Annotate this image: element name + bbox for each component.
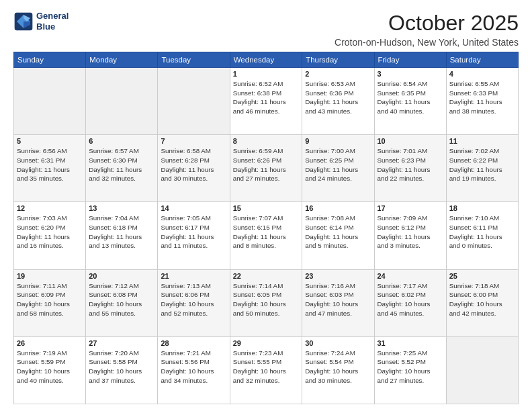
day-info: Sunrise: 7:25 AM Sunset: 5:52 PM Dayligh…	[378, 349, 443, 385]
day-number: 30	[305, 339, 371, 347]
calendar-empty-day	[86, 68, 158, 135]
calendar-day: 6Sunrise: 6:57 AM Sunset: 6:30 PM Daylig…	[86, 135, 158, 202]
calendar-day: 2Sunrise: 6:53 AM Sunset: 6:36 PM Daylig…	[302, 68, 374, 135]
day-info: Sunrise: 7:10 AM Sunset: 6:11 PM Dayligh…	[449, 214, 515, 250]
day-info: Sunrise: 7:23 AM Sunset: 5:55 PM Dayligh…	[233, 349, 300, 385]
calendar-day: 1Sunrise: 6:52 AM Sunset: 6:38 PM Daylig…	[230, 68, 302, 135]
day-number: 6	[89, 137, 154, 145]
day-number: 13	[89, 204, 154, 212]
day-info: Sunrise: 7:12 AM Sunset: 6:08 PM Dayligh…	[89, 281, 154, 318]
day-number: 29	[233, 339, 300, 347]
day-number: 3	[378, 70, 443, 78]
calendar-empty-day	[446, 336, 518, 404]
calendar-day: 9Sunrise: 7:00 AM Sunset: 6:25 PM Daylig…	[302, 135, 374, 202]
weekday-header: Wednesday	[230, 52, 302, 68]
day-number: 14	[161, 204, 226, 212]
calendar-week-row: 12Sunrise: 7:03 AM Sunset: 6:20 PM Dayli…	[14, 202, 519, 269]
calendar-day: 25Sunrise: 7:18 AM Sunset: 6:00 PM Dayli…	[446, 269, 518, 336]
day-info: Sunrise: 7:16 AM Sunset: 6:03 PM Dayligh…	[305, 281, 371, 318]
day-number: 12	[17, 204, 83, 212]
calendar-empty-day	[158, 68, 230, 135]
day-number: 26	[17, 339, 83, 347]
calendar-day: 7Sunrise: 6:58 AM Sunset: 6:28 PM Daylig…	[158, 135, 230, 202]
page: General Blue October 2025 Croton-on-Huds…	[0, 0, 532, 411]
weekday-header: Friday	[374, 52, 446, 68]
day-number: 2	[305, 70, 371, 78]
calendar-day: 31Sunrise: 7:25 AM Sunset: 5:52 PM Dayli…	[374, 336, 446, 404]
calendar-day: 19Sunrise: 7:11 AM Sunset: 6:09 PM Dayli…	[14, 269, 86, 336]
title-block: October 2025 Croton-on-Hudson, New York,…	[335, 11, 519, 48]
day-info: Sunrise: 7:08 AM Sunset: 6:14 PM Dayligh…	[305, 214, 371, 250]
day-number: 8	[233, 137, 300, 145]
calendar-body: 1Sunrise: 6:52 AM Sunset: 6:38 PM Daylig…	[14, 68, 519, 404]
day-info: Sunrise: 6:55 AM Sunset: 6:33 PM Dayligh…	[449, 79, 515, 116]
day-info: Sunrise: 7:18 AM Sunset: 6:00 PM Dayligh…	[449, 281, 515, 318]
day-number: 5	[17, 137, 83, 145]
day-info: Sunrise: 7:09 AM Sunset: 6:12 PM Dayligh…	[378, 214, 443, 250]
header: General Blue October 2025 Croton-on-Huds…	[13, 11, 519, 48]
day-number: 10	[378, 137, 443, 145]
calendar-day: 29Sunrise: 7:23 AM Sunset: 5:55 PM Dayli…	[230, 336, 302, 404]
calendar-day: 5Sunrise: 6:56 AM Sunset: 6:31 PM Daylig…	[14, 135, 86, 202]
day-number: 7	[161, 137, 226, 145]
day-info: Sunrise: 7:05 AM Sunset: 6:17 PM Dayligh…	[161, 214, 226, 250]
logo-icon	[13, 11, 34, 32]
logo-text: General Blue	[36, 11, 69, 32]
day-info: Sunrise: 7:20 AM Sunset: 5:58 PM Dayligh…	[89, 349, 154, 385]
day-info: Sunrise: 7:17 AM Sunset: 6:02 PM Dayligh…	[378, 281, 443, 318]
day-number: 22	[233, 272, 300, 280]
calendar-day: 23Sunrise: 7:16 AM Sunset: 6:03 PM Dayli…	[302, 269, 374, 336]
weekday-header: Thursday	[302, 52, 374, 68]
weekday-header: Tuesday	[158, 52, 230, 68]
day-number: 27	[89, 339, 154, 347]
calendar-day: 26Sunrise: 7:19 AM Sunset: 5:59 PM Dayli…	[14, 336, 86, 404]
day-number: 19	[17, 272, 83, 280]
calendar-header-row: SundayMondayTuesdayWednesdayThursdayFrid…	[14, 52, 519, 68]
day-info: Sunrise: 7:01 AM Sunset: 6:23 PM Dayligh…	[378, 146, 443, 183]
weekday-header: Sunday	[14, 52, 86, 68]
day-info: Sunrise: 6:54 AM Sunset: 6:35 PM Dayligh…	[378, 79, 443, 116]
calendar-day: 12Sunrise: 7:03 AM Sunset: 6:20 PM Dayli…	[14, 202, 86, 269]
calendar-day: 22Sunrise: 7:14 AM Sunset: 6:05 PM Dayli…	[230, 269, 302, 336]
calendar-day: 11Sunrise: 7:02 AM Sunset: 6:22 PM Dayli…	[446, 135, 518, 202]
calendar-day: 30Sunrise: 7:24 AM Sunset: 5:54 PM Dayli…	[302, 336, 374, 404]
calendar-day: 17Sunrise: 7:09 AM Sunset: 6:12 PM Dayli…	[374, 202, 446, 269]
day-info: Sunrise: 7:07 AM Sunset: 6:15 PM Dayligh…	[233, 214, 300, 250]
day-info: Sunrise: 6:52 AM Sunset: 6:38 PM Dayligh…	[233, 79, 300, 116]
day-info: Sunrise: 7:04 AM Sunset: 6:18 PM Dayligh…	[89, 214, 154, 250]
day-number: 11	[449, 137, 515, 145]
calendar-day: 14Sunrise: 7:05 AM Sunset: 6:17 PM Dayli…	[158, 202, 230, 269]
calendar-week-row: 19Sunrise: 7:11 AM Sunset: 6:09 PM Dayli…	[14, 269, 519, 336]
month-title: October 2025	[335, 11, 519, 36]
calendar-day: 13Sunrise: 7:04 AM Sunset: 6:18 PM Dayli…	[86, 202, 158, 269]
day-number: 9	[305, 137, 371, 145]
day-number: 18	[449, 204, 515, 212]
logo: General Blue	[13, 11, 69, 32]
day-number: 23	[305, 272, 371, 280]
day-info: Sunrise: 7:19 AM Sunset: 5:59 PM Dayligh…	[17, 349, 83, 385]
day-info: Sunrise: 7:24 AM Sunset: 5:54 PM Dayligh…	[305, 349, 371, 385]
calendar-day: 28Sunrise: 7:21 AM Sunset: 5:56 PM Dayli…	[158, 336, 230, 404]
calendar-day: 27Sunrise: 7:20 AM Sunset: 5:58 PM Dayli…	[86, 336, 158, 404]
calendar-table: SundayMondayTuesdayWednesdayThursdayFrid…	[13, 52, 519, 404]
day-info: Sunrise: 7:11 AM Sunset: 6:09 PM Dayligh…	[17, 281, 83, 318]
calendar-day: 24Sunrise: 7:17 AM Sunset: 6:02 PM Dayli…	[374, 269, 446, 336]
calendar-day: 10Sunrise: 7:01 AM Sunset: 6:23 PM Dayli…	[374, 135, 446, 202]
calendar-day: 21Sunrise: 7:13 AM Sunset: 6:06 PM Dayli…	[158, 269, 230, 336]
calendar-day: 20Sunrise: 7:12 AM Sunset: 6:08 PM Dayli…	[86, 269, 158, 336]
calendar-day: 18Sunrise: 7:10 AM Sunset: 6:11 PM Dayli…	[446, 202, 518, 269]
calendar-day: 8Sunrise: 6:59 AM Sunset: 6:26 PM Daylig…	[230, 135, 302, 202]
day-number: 31	[378, 339, 443, 347]
calendar-day: 3Sunrise: 6:54 AM Sunset: 6:35 PM Daylig…	[374, 68, 446, 135]
calendar-week-row: 1Sunrise: 6:52 AM Sunset: 6:38 PM Daylig…	[14, 68, 519, 135]
day-info: Sunrise: 6:57 AM Sunset: 6:30 PM Dayligh…	[89, 146, 154, 183]
day-info: Sunrise: 6:53 AM Sunset: 6:36 PM Dayligh…	[305, 79, 371, 116]
day-number: 4	[449, 70, 515, 78]
day-number: 1	[233, 70, 300, 78]
day-info: Sunrise: 6:56 AM Sunset: 6:31 PM Dayligh…	[17, 146, 83, 183]
calendar-week-row: 5Sunrise: 6:56 AM Sunset: 6:31 PM Daylig…	[14, 135, 519, 202]
day-number: 15	[233, 204, 300, 212]
day-number: 17	[378, 204, 443, 212]
weekday-header: Monday	[86, 52, 158, 68]
day-info: Sunrise: 7:21 AM Sunset: 5:56 PM Dayligh…	[161, 349, 226, 385]
